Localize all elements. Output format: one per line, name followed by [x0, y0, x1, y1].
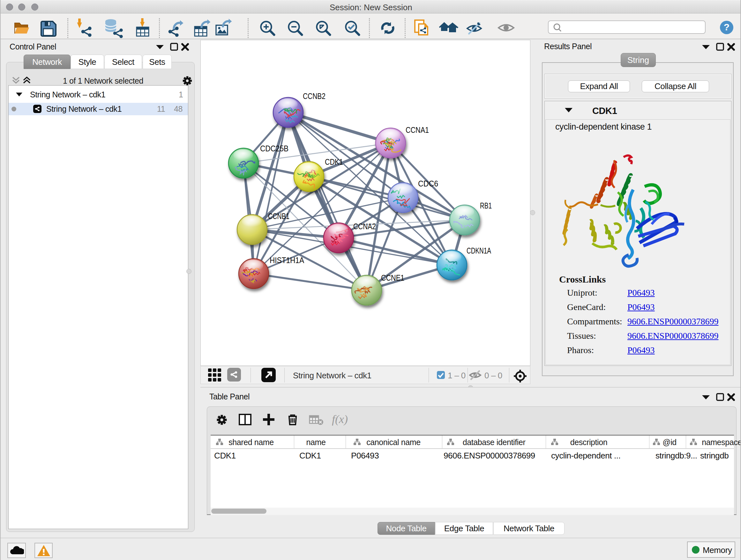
svg-text:HIST1H1A: HIST1H1A [270, 255, 305, 265]
svg-text:CCNA2: CCNA2 [353, 222, 376, 231]
svg-text:?: ? [724, 22, 730, 32]
svg-text:CCNB2: CCNB2 [303, 91, 326, 101]
svg-text:CDC6: CDC6 [418, 179, 438, 188]
svg-text:CCNA1: CCNA1 [406, 125, 429, 135]
svg-text:CDK1: CDK1 [325, 157, 343, 167]
svg-text:CDKN1A: CDKN1A [467, 246, 491, 255]
svg-text:RB1: RB1 [480, 201, 492, 210]
svg-text:CCNE1: CCNE1 [381, 273, 404, 283]
svg-text:CDC25B: CDC25B [260, 144, 288, 153]
svg-text:CCNB1: CCNB1 [268, 211, 289, 221]
